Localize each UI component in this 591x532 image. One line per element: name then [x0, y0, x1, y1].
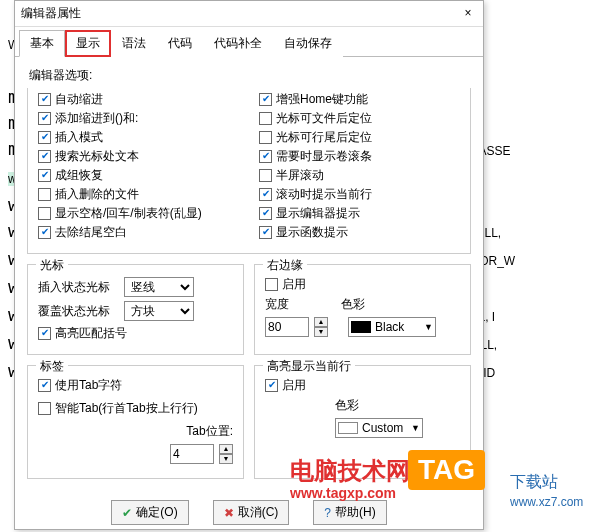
cancel-button[interactable]: ✖ 取消(C) — [213, 500, 290, 525]
margin-width-input[interactable] — [265, 317, 309, 337]
right-margin-group: 右边缘 启用 宽度 色彩 ▲▼ Black ▼ — [254, 264, 471, 355]
download-site-text: 下载站 — [510, 472, 558, 493]
margin-color-select[interactable]: Black ▼ — [348, 317, 436, 337]
tab-pos-spinner[interactable]: ▲▼ — [219, 444, 233, 464]
opt-right-7[interactable]: ✔显示函数提示 — [259, 224, 460, 240]
xz-url: www.xz7.com — [510, 495, 583, 509]
titlebar: 编辑器属性 × — [15, 1, 483, 27]
tab-syntax[interactable]: 语法 — [111, 30, 157, 57]
tab-pos-input[interactable] — [170, 444, 214, 464]
margin-enable-check[interactable]: 启用 — [265, 276, 460, 292]
opt-right-4[interactable]: 半屏滚动 — [259, 167, 460, 183]
color-swatch-icon — [338, 422, 358, 434]
tab-completion[interactable]: 代码补全 — [203, 30, 273, 57]
opt-right-1[interactable]: 光标可文件后定位 — [259, 110, 460, 126]
chevron-down-icon: ▼ — [411, 423, 420, 433]
hl-line-color-select[interactable]: Custom ▼ — [335, 418, 423, 438]
color-swatch-icon — [351, 321, 371, 333]
opt-left-3[interactable]: ✔搜索光标处文本 — [38, 148, 239, 164]
tab-display[interactable]: 显示 — [65, 30, 111, 57]
opt-left-6[interactable]: 显示空格/回车/制表符(乱显) — [38, 205, 239, 221]
options-right-column: ✔增强Home键功能光标可文件后定位光标可行尾后定位✔需要时显示卷滚条半屏滚动✔… — [259, 88, 460, 243]
ok-button[interactable]: ✔ 确定(O) — [111, 500, 188, 525]
opt-left-2[interactable]: ✔插入模式 — [38, 129, 239, 145]
tab-strip: 基本 显示 语法 代码 代码补全 自动保存 — [15, 29, 483, 57]
dialog-title: 编辑器属性 — [21, 5, 459, 22]
opt-left-4[interactable]: ✔成组恢复 — [38, 167, 239, 183]
hl-line-enable-check[interactable]: ✔启用 — [265, 377, 460, 393]
tabs-group: 标签 ✔使用Tab字符 智能Tab(行首Tab按上行行) Tab位置: ▲▼ — [27, 365, 244, 479]
close-icon[interactable]: × — [459, 5, 477, 23]
help-icon: ? — [324, 506, 331, 520]
hl-match-bracket-check[interactable]: ✔高亮匹配括号 — [38, 325, 233, 341]
editor-options-label: 编辑器选项: — [29, 67, 471, 84]
opt-left-5[interactable]: 插入删除的文件 — [38, 186, 239, 202]
x-icon: ✖ — [224, 506, 234, 520]
check-icon: ✔ — [122, 506, 132, 520]
button-bar: ✔ 确定(O) ✖ 取消(C) ? 帮助(H) — [15, 500, 483, 525]
tab-code[interactable]: 代码 — [157, 30, 203, 57]
opt-right-6[interactable]: ✔显示编辑器提示 — [259, 205, 460, 221]
tab-basic[interactable]: 基本 — [19, 30, 65, 57]
opt-right-3[interactable]: ✔需要时显示卷滚条 — [259, 148, 460, 164]
insert-cursor-select[interactable]: 竖线 — [124, 277, 194, 297]
options-left-column: ✔自动缩进✔添加缩进到()和:✔插入模式✔搜索光标处文本✔成组恢复插入删除的文件… — [38, 88, 239, 243]
opt-left-7[interactable]: ✔去除结尾空白 — [38, 224, 239, 240]
opt-left-1[interactable]: ✔添加缩进到()和: — [38, 110, 239, 126]
opt-right-0[interactable]: ✔增强Home键功能 — [259, 91, 460, 107]
opt-left-0[interactable]: ✔自动缩进 — [38, 91, 239, 107]
help-button[interactable]: ? 帮助(H) — [313, 500, 386, 525]
chevron-down-icon: ▼ — [424, 322, 433, 332]
smart-tab-check[interactable]: 智能Tab(行首Tab按上行行) — [38, 400, 233, 416]
tab-autosave[interactable]: 自动保存 — [273, 30, 343, 57]
margin-width-spinner[interactable]: ▲▼ — [314, 317, 328, 337]
opt-right-2[interactable]: 光标可行尾后定位 — [259, 129, 460, 145]
opt-right-5[interactable]: ✔滚动时提示当前行 — [259, 186, 460, 202]
cursor-group: 光标 插入状态光标 竖线 覆盖状态光标 方块 ✔高亮匹配括号 — [27, 264, 244, 355]
tag-badge: TAG — [408, 450, 485, 490]
use-tab-check[interactable]: ✔使用Tab字符 — [38, 377, 233, 393]
overwrite-cursor-select[interactable]: 方块 — [124, 301, 194, 321]
